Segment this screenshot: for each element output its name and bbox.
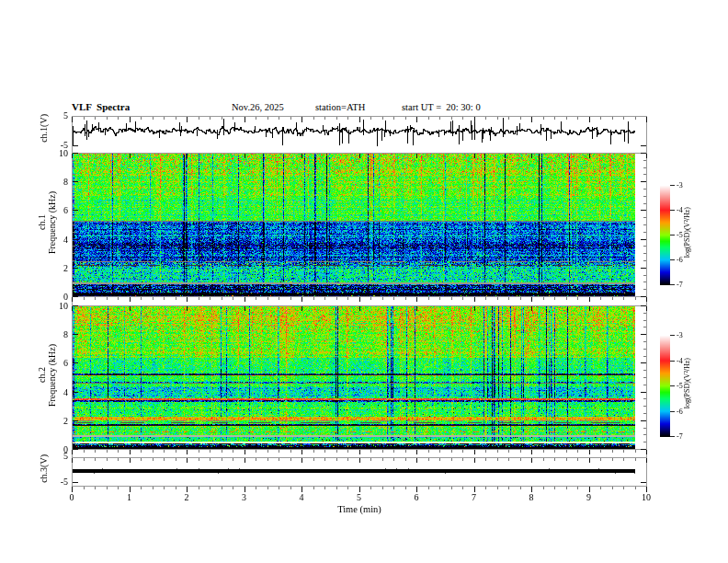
x-axis-title: Time (min) (313, 505, 405, 515)
ch2-spec-ytick-label: 0 (48, 444, 68, 454)
colorbar-tick-label: -5 (677, 231, 683, 239)
x-tick-label: 5 (348, 492, 370, 502)
vlf-spectra-figure: VLF Spectra Nov.26, 2025 station=ATH sta… (0, 0, 728, 563)
ch3-waveform-panel (72, 457, 647, 487)
colorbar-tick (670, 361, 675, 362)
ch1-waveform-canvas (73, 117, 646, 153)
colorbar-tick (670, 185, 675, 186)
x-tick-label: 3 (233, 492, 256, 502)
ch3-wave-ylabel: ch.3(V) (39, 454, 49, 483)
x-tick-label: 7 (463, 492, 485, 502)
ch1-wave-ytick-top: 5 (51, 111, 68, 121)
colorbar-tick (670, 210, 675, 211)
ch1-spec-ytick-label: 8 (48, 177, 68, 187)
colorbar-tick (670, 385, 675, 386)
ch2-spec-ytick-label: 8 (48, 329, 68, 339)
plot-station: station=ATH (315, 103, 365, 113)
colorbar-tick (670, 259, 675, 260)
ch2-spec-ytick-label: 6 (48, 358, 68, 368)
colorbar-tick-label: -6 (677, 408, 683, 416)
colorbar-ch2 (660, 335, 670, 437)
x-tick-label: 4 (290, 492, 313, 502)
plot-date: Nov.26, 2025 (232, 103, 284, 113)
colorbar-ch2-label: log(PSD)(V²/Hz) (684, 358, 692, 408)
ch1-spectrogram-panel (72, 153, 647, 297)
ch1-spec-ylabel-channel: ch.1 (37, 214, 47, 230)
colorbar-tick-label: -6 (677, 256, 683, 264)
x-tick-label: 0 (61, 492, 83, 502)
x-tick-label: 10 (635, 492, 657, 502)
ch2-spectrogram-panel (72, 305, 647, 450)
colorbar-tick (670, 411, 675, 412)
colorbar-tick-label: -3 (677, 181, 683, 190)
left-axis-connector-1 (72, 297, 73, 305)
x-tick-label: 2 (176, 492, 198, 502)
colorbar-ch1 (660, 185, 670, 285)
colorbar-tick (670, 235, 675, 236)
x-tick-label: 9 (578, 492, 600, 502)
ch1-spec-ytick-label: 10 (48, 148, 68, 158)
ch1-waveform-panel (72, 116, 647, 153)
right-axis-connector-2 (646, 450, 647, 457)
colorbar-tick (670, 284, 675, 285)
left-axis-connector-2 (72, 450, 73, 457)
colorbar-tick-label: -7 (677, 432, 683, 441)
ch3-waveform-canvas (73, 458, 646, 486)
colorbar-tick-label: -4 (677, 357, 683, 365)
ch2-spec-ytick-label: 4 (48, 387, 68, 397)
ch2-spec-ylabel-axis: Frequency (kHz) (47, 344, 57, 407)
ch1-spec-ytick-label: 6 (48, 205, 68, 215)
ch2-spec-ytick-label: 2 (48, 416, 68, 426)
x-tick-label: 6 (405, 492, 427, 502)
ch1-wave-ylabel: ch.1(V) (39, 114, 49, 143)
ch3-wave-ytick-bottom: -5 (51, 477, 68, 487)
plot-start-ut: start UT = 20: 30: 0 (402, 103, 481, 113)
colorbar-ch1-label: log(PSD)(V²/Hz) (684, 207, 692, 258)
colorbar-tick (670, 436, 675, 437)
ch1-spec-ytick-label: 4 (48, 235, 68, 245)
right-axis-connector-1 (646, 297, 647, 305)
x-tick-label: 8 (520, 492, 542, 502)
colorbar-tick-label: -7 (677, 281, 683, 289)
colorbar-tick (670, 335, 675, 336)
colorbar-tick-label: -4 (677, 206, 683, 214)
colorbar-tick-label: -5 (677, 382, 683, 390)
colorbar-tick-label: -3 (677, 331, 683, 339)
x-tick-label: 1 (119, 492, 141, 502)
plot-title: VLF Spectra (72, 102, 130, 112)
ch2-spec-ylabel-channel: ch.2 (37, 367, 47, 383)
ch1-spec-ytick-label: 2 (48, 263, 68, 273)
ch1-spectrogram-canvas (73, 154, 635, 296)
ch1-spec-ylabel-axis: Frequency (kHz) (47, 191, 57, 254)
ch2-spectrogram-canvas (73, 306, 635, 449)
ch2-spec-ytick-label: 10 (48, 301, 68, 311)
